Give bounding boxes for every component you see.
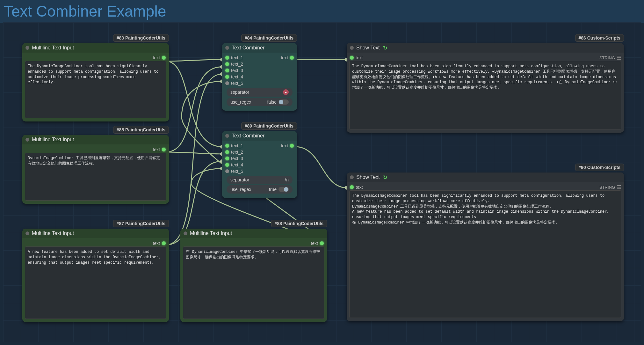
input-label: text_2 <box>231 62 243 67</box>
widget-value: true <box>269 187 277 192</box>
output-label: text <box>153 147 160 152</box>
node-showtext-86[interactable]: #86 Custom-Scripts Show Text ↻ text STRI… <box>347 43 624 133</box>
input-port-icon[interactable] <box>225 150 229 154</box>
node-header[interactable]: Multiline Text Input <box>22 229 169 238</box>
use-regex-widget[interactable]: use_regex false <box>227 98 293 106</box>
node-badge: #89 PaintingCoderUtils <box>241 122 297 130</box>
text-input[interactable]: DynamicImageCombiner 工具已得到显著增强，支持元配置，使用户… <box>25 153 166 201</box>
collapse-icon[interactable] <box>350 175 354 179</box>
node-header[interactable]: Text Combiner <box>222 43 297 53</box>
page-title: Text Combiner Example <box>0 0 644 23</box>
input-port-icon[interactable] <box>350 185 354 189</box>
input-label: text_5 <box>231 81 243 86</box>
input-port-icon[interactable] <box>225 62 229 66</box>
output-text[interactable]: The DynamicImageCombiner tool has been s… <box>349 190 621 318</box>
toggle-icon[interactable] <box>279 187 289 192</box>
output-port-icon[interactable] <box>320 241 324 245</box>
text-input[interactable]: 在 DynamicImageCombiner 中增加了一项新功能，可以设置默认宽… <box>183 246 324 319</box>
output-port-icon[interactable] <box>162 56 166 60</box>
input-label: text_3 <box>231 68 243 73</box>
output-text[interactable]: The DynamicImageCombiner tool has been s… <box>349 61 621 129</box>
separator-value-icon: ● <box>283 89 289 95</box>
node-multiline-85[interactable]: #85 PaintingCoderUtils Multiline Text In… <box>22 135 169 204</box>
text-input[interactable]: A new feature has been added to set defa… <box>25 246 166 319</box>
input-port-icon[interactable] <box>225 69 229 72</box>
node-combiner-89[interactable]: #89 PaintingCoderUtils Text Combiner tex… <box>222 131 297 198</box>
text-input[interactable]: The DynamicImageCombiner tool has been s… <box>25 61 166 118</box>
input-port-icon[interactable] <box>225 163 229 167</box>
collapse-icon[interactable] <box>350 46 354 50</box>
output-type-label: STRING <box>599 185 615 190</box>
grip-icon[interactable] <box>617 56 621 60</box>
widget-label: use_regex <box>230 187 251 192</box>
input-label: text_4 <box>231 74 243 79</box>
node-title: Show Text <box>356 45 380 51</box>
input-port-icon[interactable] <box>225 169 229 173</box>
output-label: text <box>153 55 160 60</box>
node-title: Show Text <box>356 174 380 180</box>
input-label: text_4 <box>231 162 243 167</box>
node-title: Text Combiner <box>232 133 264 139</box>
node-badge: #87 PaintingCoderUtils <box>113 220 169 227</box>
input-port-icon[interactable] <box>350 56 354 60</box>
use-regex-widget[interactable]: use_regex true <box>227 185 293 194</box>
node-canvas[interactable]: #83 PaintingCoderUtils Multiline Text In… <box>3 22 641 342</box>
output-label: text <box>281 55 288 60</box>
node-title: Multiline Text Input <box>32 45 74 51</box>
node-badge: #84 PaintingCoderUtils <box>241 34 297 42</box>
widget-label: separator <box>230 177 249 182</box>
collapse-icon[interactable] <box>25 46 29 50</box>
node-multiline-88[interactable]: #88 PaintingCoderUtils Multiline Text In… <box>180 229 327 322</box>
node-header[interactable]: Show Text ↻ <box>347 43 624 53</box>
input-label: text <box>356 55 363 60</box>
recycle-icon[interactable]: ↻ <box>382 174 388 180</box>
collapse-icon[interactable] <box>225 46 229 50</box>
node-title: Multiline Text Input <box>190 231 232 236</box>
node-badge: #83 PaintingCoderUtils <box>113 34 169 42</box>
node-badge: #86 Custom-Scripts <box>575 34 624 42</box>
widget-label: separator <box>230 90 249 95</box>
separator-widget[interactable]: separator ● <box>227 88 293 97</box>
node-header[interactable]: Text Combiner <box>222 131 297 141</box>
collapse-icon[interactable] <box>25 138 29 142</box>
node-header[interactable]: Multiline Text Input <box>22 135 169 144</box>
output-port-icon[interactable] <box>162 148 166 151</box>
output-label: text <box>311 241 318 246</box>
input-port-icon[interactable] <box>225 56 229 60</box>
grip-icon[interactable] <box>617 185 621 189</box>
input-label: text_2 <box>231 150 243 155</box>
output-port-icon[interactable] <box>162 241 166 245</box>
widget-label: use_regex <box>230 99 251 105</box>
input-label: text <box>356 185 363 190</box>
node-header[interactable]: Multiline Text Input <box>180 229 327 238</box>
node-multiline-83[interactable]: #83 PaintingCoderUtils Multiline Text In… <box>22 43 169 121</box>
input-port-icon[interactable] <box>225 75 229 79</box>
separator-widget[interactable]: separator \n <box>227 176 293 184</box>
node-header[interactable]: Show Text ↻ <box>347 172 624 182</box>
node-showtext-90[interactable]: #90 Custom-Scripts Show Text ↻ text STRI… <box>347 172 624 321</box>
toggle-icon[interactable] <box>279 99 289 105</box>
input-port-icon[interactable] <box>225 144 229 148</box>
input-port-icon[interactable] <box>225 81 229 85</box>
node-header[interactable]: Multiline Text Input <box>22 43 169 53</box>
widget-value: \n <box>285 177 289 182</box>
recycle-icon[interactable]: ↻ <box>382 45 388 51</box>
node-title: Text Combiner <box>232 45 264 51</box>
output-type-label: STRING <box>599 55 615 60</box>
input-port-icon[interactable] <box>225 157 229 160</box>
output-label: text <box>281 143 288 148</box>
node-title: Multiline Text Input <box>32 137 74 143</box>
input-label: text_3 <box>231 156 243 161</box>
collapse-icon[interactable] <box>25 231 29 235</box>
node-combiner-84[interactable]: #84 PaintingCoderUtils Text Combiner tex… <box>222 43 297 111</box>
collapse-icon[interactable] <box>184 231 187 235</box>
node-title: Multiline Text Input <box>32 231 74 236</box>
output-port-icon[interactable] <box>290 144 294 148</box>
input-label: text_5 <box>231 169 243 174</box>
node-multiline-87[interactable]: #87 PaintingCoderUtils Multiline Text In… <box>22 229 169 322</box>
input-label: text_1 <box>231 143 243 148</box>
node-badge: #90 Custom-Scripts <box>575 164 624 171</box>
output-port-icon[interactable] <box>290 56 294 60</box>
collapse-icon[interactable] <box>225 134 229 138</box>
output-label: text <box>153 241 160 246</box>
